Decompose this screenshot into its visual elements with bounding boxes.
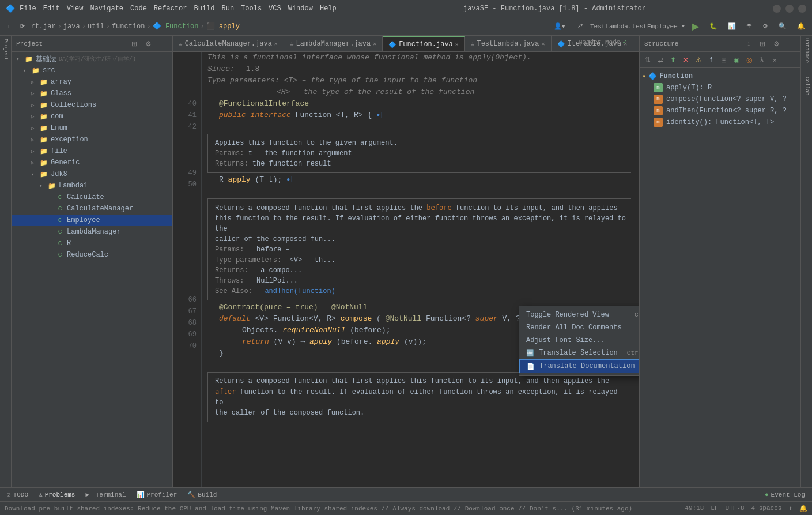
debug-btn[interactable]: 🐛 — [706, 20, 721, 33]
tree-generic[interactable]: ▷ 📁 Generic — [12, 157, 172, 168]
tree-calculatemanager[interactable]: ▷ C CalculateManager — [12, 203, 172, 215]
tree-r[interactable]: ▷ C R — [12, 238, 172, 249]
menu-navigate[interactable]: Navigate — [90, 5, 123, 13]
breadcrumb-function-pkg[interactable]: function — [112, 22, 145, 31]
structure-close-btn[interactable]: — — [784, 38, 796, 50]
struct-compose[interactable]: m compose(Function<? super V, ? — [640, 93, 800, 105]
tree-class-folder[interactable]: ▷ 📁 Class — [12, 88, 172, 99]
breadcrumb-util[interactable]: util — [88, 22, 104, 31]
menu-vcs[interactable]: VCS — [269, 5, 281, 13]
menu-run[interactable]: Run — [221, 5, 234, 13]
menu-view[interactable]: View — [67, 5, 84, 13]
status-position[interactable]: 49:18 — [685, 505, 704, 512]
breadcrumb-function-class[interactable]: 🔷 Function — [153, 22, 199, 31]
menu-help[interactable]: Help — [320, 5, 337, 13]
tree-root[interactable]: ▾ 📁 基础法 DA(学习/研究生/研→/自学/) — [12, 53, 172, 65]
breadcrumb-java[interactable]: java — [63, 22, 80, 31]
menu-code[interactable]: Code — [130, 5, 147, 13]
tab-testlambda-close[interactable]: ✕ — [541, 40, 545, 47]
menu-file[interactable]: File — [20, 5, 36, 13]
tree-src[interactable]: ▾ 📁 src — [12, 65, 172, 76]
tree-array[interactable]: ▷ 📁 array — [12, 76, 172, 88]
terminal-tab[interactable]: ▶_ Terminal — [81, 488, 130, 501]
menu-translate-selection[interactable]: 🔤 Translate Selection Ctrl+Shift+Y — [519, 347, 639, 359]
tree-file[interactable]: ▷ 📁 file — [12, 145, 172, 157]
struct-filter1-btn[interactable]: ⊟ — [718, 54, 730, 66]
reader-mode-icon[interactable]: ✓ — [622, 38, 626, 46]
user-icon-btn[interactable]: 👤▾ — [550, 20, 569, 33]
maximize-button[interactable]: □ — [785, 5, 794, 13]
close-button[interactable]: ✕ — [798, 5, 806, 13]
code-editor[interactable]: This is a functional interface whose fun… — [202, 52, 639, 487]
status-indent[interactable]: 4 spaces — [751, 505, 782, 512]
tree-com[interactable]: ▷ 📁 com — [12, 111, 172, 122]
struct-sort2-btn[interactable]: ⇄ — [655, 54, 666, 66]
tree-exception[interactable]: ▷ 📁 exception — [12, 134, 172, 145]
struct-identity[interactable]: m identity(): Function<T, T> — [640, 116, 800, 128]
tab-map[interactable]: 🔷 Map.java ✕ — [633, 36, 639, 51]
search-btn[interactable]: 🔍 — [775, 20, 790, 33]
problems-tab[interactable]: ⚠ Problems — [34, 488, 80, 501]
run-button[interactable]: ▶ — [689, 20, 703, 33]
toolbar-sync-btn[interactable]: ⟳ — [16, 20, 28, 33]
menu-adjust-font[interactable]: Adjust Font Size... — [519, 334, 639, 347]
status-encoding[interactable]: UTF-8 — [726, 505, 745, 512]
struct-anon-btn[interactable]: λ — [756, 54, 768, 66]
notifications-btn[interactable]: 🔔 — [794, 20, 809, 33]
tab-lambdamanager-close[interactable]: ✕ — [373, 40, 376, 47]
tree-employee[interactable]: ▷ C Employee — [12, 215, 172, 226]
struct-filter3-btn[interactable]: ◎ — [743, 54, 755, 66]
tab-function[interactable]: 🔷 Function.java ✕ — [383, 36, 465, 51]
tab-lambdamanager[interactable]: ☕ LambdaManager.java ✕ — [284, 36, 383, 51]
build-tab[interactable]: 🔨 Build — [183, 488, 221, 501]
struct-andthen[interactable]: m andThen(Function<? super R, ? — [640, 105, 800, 116]
tab-calculatemanager-close[interactable]: ✕ — [274, 40, 278, 47]
settings-btn[interactable]: ⚙ — [759, 20, 772, 33]
tab-calculatemanager[interactable]: ☕ CalculateManager.java ✕ — [173, 36, 284, 51]
structure-group-btn[interactable]: ⊞ — [757, 38, 768, 50]
menu-render-all[interactable]: Render All Doc Comments — [519, 321, 639, 334]
struct-inherit-btn[interactable]: ⬆ — [667, 54, 679, 66]
tree-lambda1[interactable]: ▾ 📁 Lambda1 — [12, 180, 172, 191]
menu-tools[interactable]: Tools — [241, 5, 262, 13]
database-icon[interactable]: Database — [804, 38, 810, 63]
tree-calculate[interactable]: ▷ C Calculate — [12, 191, 172, 203]
project-icon[interactable]: Project — [1, 38, 10, 61]
event-log-tab[interactable]: ● Event Log — [760, 488, 810, 501]
menu-window[interactable]: Window — [288, 5, 313, 13]
tree-lambdamanager[interactable]: ▷ C LambdaManager — [12, 226, 172, 238]
sidebar-settings-btn[interactable]: ⚙ — [142, 38, 154, 50]
struct-sort1-btn[interactable]: ⇅ — [642, 54, 654, 66]
structure-settings-btn[interactable]: ⚙ — [771, 38, 782, 50]
struct-more-btn[interactable]: » — [769, 54, 780, 66]
tab-function-close[interactable]: ✕ — [455, 41, 459, 48]
struct-filter2-btn[interactable]: ◉ — [731, 54, 742, 66]
profile-btn[interactable]: 📊 — [724, 20, 739, 33]
tab-testlambda[interactable]: ☕ TestLambda.java ✕ — [465, 36, 552, 51]
coverage-btn[interactable]: ☂ — [743, 20, 756, 33]
sidebar-expand-btn[interactable]: ⊞ — [129, 38, 140, 50]
sidebar-close-btn[interactable]: — — [156, 38, 168, 50]
menu-edit[interactable]: Edit — [43, 5, 60, 13]
tree-enum[interactable]: ▷ 📁 Enum — [12, 122, 172, 134]
tree-collections[interactable]: ▷ 📁 Collections — [12, 99, 172, 111]
menu-toggle-rendered[interactable]: Toggle Rendered View Ctrl+Alt+Q — [519, 309, 639, 321]
struct-error-btn[interactable]: ✕ — [680, 54, 692, 66]
struct-field-btn[interactable]: f — [705, 54, 717, 66]
editor-content[interactable]: 40 41 42 49 50 66 — [173, 52, 639, 487]
tree-reducecalc[interactable]: ▷ C ReduceCalc — [12, 249, 172, 261]
struct-apply[interactable]: m apply(T): R — [640, 82, 800, 93]
profiler-tab[interactable]: 📊 Profiler — [132, 488, 182, 501]
menu-refactor[interactable]: Refactor — [154, 5, 187, 13]
collab-icon[interactable]: Collab — [804, 77, 810, 95]
struct-function-class[interactable]: ▾ 🔷 Function — [640, 70, 800, 82]
tree-jdk8[interactable]: ▾ 📁 Jdk8 — [12, 168, 172, 180]
breadcrumb-apply[interactable]: ⬛ apply — [206, 22, 240, 31]
menu-translate-documentation[interactable]: 📄 Translate Documentation — [519, 359, 639, 373]
toolbar-new-btn[interactable]: + — [3, 20, 14, 33]
struct-warn-btn[interactable]: ⚠ — [693, 54, 704, 66]
todo-tab[interactable]: ☑ TODO — [2, 488, 33, 501]
minimize-button[interactable]: − — [773, 5, 781, 13]
structure-sort-alpha-btn[interactable]: ↕ — [743, 38, 754, 50]
menu-build[interactable]: Build — [194, 5, 214, 13]
